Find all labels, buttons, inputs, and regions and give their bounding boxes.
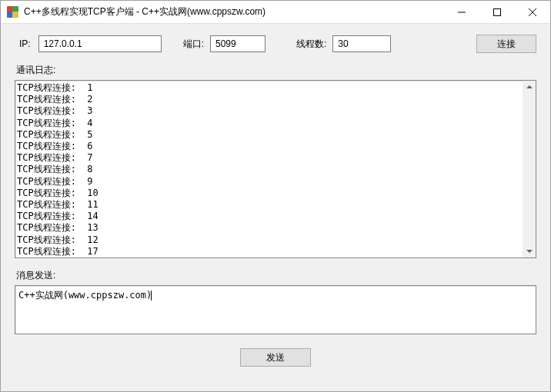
scroll-up-icon[interactable] [523, 81, 536, 94]
send-button[interactable]: 发送 [240, 348, 311, 367]
scroll-down-icon[interactable] [523, 244, 536, 257]
client-area: IP: 端口: 线程数: 连接 通讯日志: TCP线程连接: 1 TCP线程连接… [1, 24, 550, 391]
log-content: TCP线程连接: 1 TCP线程连接: 2 TCP线程连接: 3 TCP线程连接… [15, 81, 523, 257]
log-label: 通讯日志: [16, 64, 536, 77]
message-text: C++实战网(www.cppszw.com) [18, 290, 152, 301]
send-row: 发送 [15, 334, 536, 367]
port-input[interactable] [210, 35, 265, 52]
titlebar: C++多线程实现TCP客户端 - C++实战网(www.cppszw.com) [1, 1, 550, 24]
port-label: 端口: [183, 38, 204, 51]
maximize-button[interactable] [479, 1, 515, 23]
connect-button[interactable]: 连接 [476, 35, 536, 53]
message-input[interactable]: C++实战网(www.cppszw.com) [15, 285, 536, 334]
connection-row: IP: 端口: 线程数: 连接 [15, 35, 536, 53]
threads-label: 线程数: [296, 38, 326, 51]
minimize-button[interactable] [444, 1, 479, 23]
window-controls [444, 1, 550, 23]
threads-input[interactable] [332, 35, 391, 52]
ip-input[interactable] [38, 35, 162, 52]
svg-rect-1 [494, 8, 501, 15]
app-icon [7, 6, 19, 18]
window-title: C++多线程实现TCP客户端 - C++实战网(www.cppszw.com) [24, 5, 444, 18]
ip-label: IP: [19, 38, 31, 49]
log-scrollbar[interactable] [523, 81, 536, 257]
text-cursor [151, 291, 152, 301]
log-area[interactable]: TCP线程连接: 1 TCP线程连接: 2 TCP线程连接: 3 TCP线程连接… [15, 80, 536, 258]
close-button[interactable] [515, 1, 550, 23]
app-window: C++多线程实现TCP客户端 - C++实战网(www.cppszw.com) … [0, 0, 551, 392]
message-label: 消息发送: [16, 269, 536, 282]
